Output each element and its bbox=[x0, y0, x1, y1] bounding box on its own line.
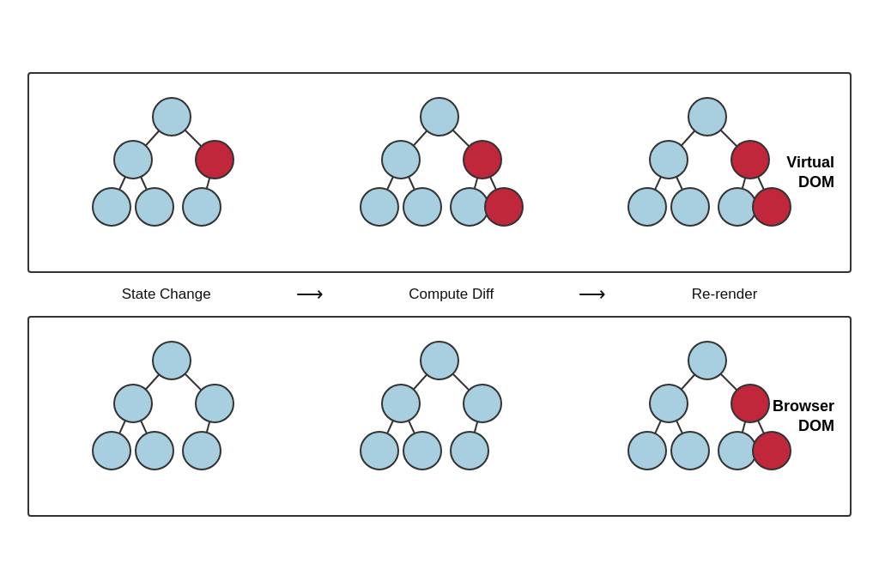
svg-point-70 bbox=[718, 432, 756, 470]
svg-point-18 bbox=[382, 141, 420, 179]
browser-dom-tree-2 bbox=[345, 335, 534, 498]
svg-point-43 bbox=[114, 385, 152, 422]
virtual-dom-label: VirtualDOM bbox=[786, 152, 834, 192]
svg-point-44 bbox=[196, 385, 233, 422]
svg-point-71 bbox=[753, 432, 791, 470]
svg-point-58 bbox=[451, 432, 488, 470]
arrow-2: ⟶ bbox=[579, 285, 606, 304]
svg-point-36 bbox=[753, 188, 791, 226]
re-render-label: Re-render bbox=[692, 286, 758, 303]
svg-point-23 bbox=[485, 188, 523, 226]
svg-point-8 bbox=[93, 188, 130, 226]
arrow-right-1: ⟶ bbox=[296, 285, 324, 304]
svg-point-68 bbox=[628, 432, 666, 470]
svg-point-46 bbox=[136, 432, 173, 470]
svg-point-42 bbox=[153, 342, 191, 379]
virtual-dom-tree-2 bbox=[345, 91, 534, 254]
arrow-1: ⟶ bbox=[296, 285, 324, 304]
compute-diff-step: Compute Diff bbox=[409, 286, 494, 303]
compute-diff-label: Compute Diff bbox=[409, 286, 494, 303]
svg-point-45 bbox=[93, 432, 130, 470]
svg-point-54 bbox=[382, 385, 420, 422]
svg-point-34 bbox=[671, 188, 709, 226]
svg-point-22 bbox=[451, 188, 488, 226]
browser-dom-label: BrowserDOM bbox=[773, 396, 834, 436]
state-change-label: State Change bbox=[122, 286, 211, 303]
browser-dom-box: BrowserDOM bbox=[27, 316, 852, 517]
svg-point-56 bbox=[361, 432, 398, 470]
svg-point-30 bbox=[688, 98, 726, 136]
svg-point-55 bbox=[464, 385, 501, 422]
svg-point-67 bbox=[731, 385, 769, 422]
svg-point-19 bbox=[464, 141, 501, 179]
svg-point-31 bbox=[650, 141, 688, 179]
svg-point-7 bbox=[196, 141, 233, 179]
svg-point-6 bbox=[114, 141, 152, 179]
svg-point-33 bbox=[628, 188, 666, 226]
svg-point-69 bbox=[671, 432, 709, 470]
svg-point-20 bbox=[361, 188, 398, 226]
svg-point-66 bbox=[650, 385, 688, 422]
svg-point-9 bbox=[136, 188, 173, 226]
svg-point-57 bbox=[403, 432, 441, 470]
svg-point-10 bbox=[183, 188, 221, 226]
arrow-right-2: ⟶ bbox=[579, 285, 606, 304]
virtual-dom-tree-1 bbox=[77, 91, 266, 254]
svg-point-47 bbox=[183, 432, 221, 470]
main-container: VirtualDOM State Change ⟶ Compute Diff ⟶… bbox=[27, 72, 852, 517]
svg-point-5 bbox=[153, 98, 191, 136]
svg-point-35 bbox=[718, 188, 756, 226]
re-render-step: Re-render bbox=[692, 286, 758, 303]
step-labels: State Change ⟶ Compute Diff ⟶ Re-render bbox=[27, 273, 852, 316]
svg-point-17 bbox=[421, 98, 458, 136]
svg-point-65 bbox=[688, 342, 726, 379]
virtual-dom-box: VirtualDOM bbox=[27, 72, 852, 273]
svg-point-21 bbox=[403, 188, 441, 226]
state-change-step: State Change bbox=[122, 286, 211, 303]
svg-point-32 bbox=[731, 141, 769, 179]
svg-point-53 bbox=[421, 342, 458, 379]
virtual-dom-tree-3 bbox=[613, 91, 802, 254]
browser-dom-tree-1 bbox=[77, 335, 266, 498]
